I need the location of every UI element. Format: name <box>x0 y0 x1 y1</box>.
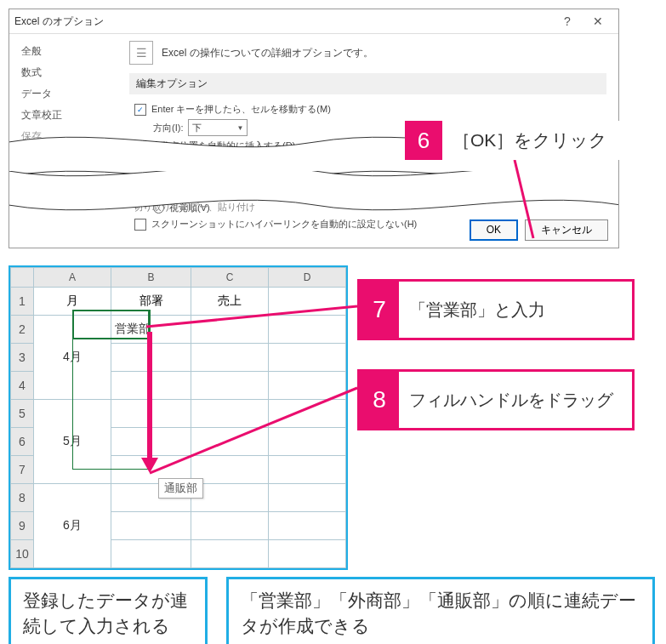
callout-text: 「営業部」と入力 <box>399 282 632 338</box>
cell[interactable] <box>191 540 269 568</box>
cell[interactable] <box>111 344 191 372</box>
sidebar-item-general[interactable]: 全般 <box>14 41 112 62</box>
cell[interactable] <box>111 400 191 428</box>
cell-a5[interactable]: 5月 <box>34 400 111 484</box>
autofill-tooltip: 通販部 <box>158 478 203 499</box>
cell[interactable] <box>191 428 269 456</box>
close-button[interactable]: ✕ <box>583 14 613 28</box>
section-edit-options: 編集オプション <box>129 73 606 94</box>
row-header-5[interactable]: 5 <box>11 400 34 428</box>
options-icon: ☰ <box>129 41 153 65</box>
cell[interactable] <box>111 540 191 568</box>
callout-step-7: 7 「営業部」と入力 <box>357 279 635 340</box>
row-header-2[interactable]: 2 <box>11 316 34 344</box>
callout-number: 7 <box>360 282 399 338</box>
label-enter-move: Enter キーを押したら、セルを移動する(M) <box>151 103 331 116</box>
spreadsheet-grid[interactable]: A B C D 1 月 部署 売上 2 4月 営業部 3 4 <box>9 265 348 570</box>
dialog-titlebar: Excel のオプション ? ✕ <box>9 9 618 34</box>
row-header-7[interactable]: 7 <box>11 456 34 484</box>
options-description: Excel の操作についての詳細オプションです。 <box>162 46 373 60</box>
cell[interactable] <box>111 372 191 400</box>
header-sales[interactable]: 売上 <box>191 288 269 316</box>
callout-step-8: 8 フィルハンドルをドラッグ <box>357 369 635 430</box>
cell[interactable] <box>269 428 346 456</box>
cell-b2[interactable]: 営業部 <box>111 316 191 344</box>
dialog-title: Excel のオプション <box>14 14 104 29</box>
info-box-right: 「営業部」「外商部」「通販部」の順に連続データが作成できる <box>226 577 655 644</box>
cell[interactable] <box>191 400 269 428</box>
cell[interactable] <box>191 512 269 540</box>
row-header-9[interactable]: 9 <box>11 512 34 540</box>
sidebar-item-proofing[interactable]: 文章校正 <box>14 105 112 126</box>
cell[interactable] <box>111 512 191 540</box>
row-header-4[interactable]: 4 <box>11 372 34 400</box>
row-header-8[interactable]: 8 <box>11 484 34 512</box>
cell[interactable] <box>191 372 269 400</box>
cell[interactable] <box>191 316 269 344</box>
cell[interactable] <box>269 344 346 372</box>
header-month[interactable]: 月 <box>34 288 111 316</box>
header-dept[interactable]: 部署 <box>111 288 191 316</box>
col-header-c[interactable]: C <box>191 268 269 288</box>
callout-number: 8 <box>360 372 399 428</box>
callout-step-6: 6 ［OK］をクリック <box>405 121 640 160</box>
row-header-3[interactable]: 3 <box>11 344 34 372</box>
sidebar-item-data[interactable]: データ <box>14 83 112 105</box>
checkbox-enter-move[interactable]: ✓ <box>134 104 146 116</box>
cell[interactable] <box>269 484 346 512</box>
cell[interactable] <box>269 512 346 540</box>
col-header-a[interactable]: A <box>34 268 111 288</box>
sidebar-item-formula[interactable]: 数式 <box>14 62 112 83</box>
cell[interactable] <box>111 428 191 456</box>
cell[interactable] <box>269 400 346 428</box>
cell[interactable] <box>269 288 346 316</box>
callout-text: フィルハンドルをドラッグ <box>399 372 632 428</box>
info-box-left: 登録したデータが連続して入力される <box>9 577 208 644</box>
col-header-d[interactable]: D <box>269 268 346 288</box>
cancel-button[interactable]: キャンセル <box>525 219 608 241</box>
ok-button[interactable]: OK <box>470 219 518 241</box>
cell[interactable] <box>269 316 346 344</box>
cell[interactable] <box>269 540 346 568</box>
cell-a8[interactable]: 6月 <box>34 484 111 568</box>
help-button[interactable]: ? <box>552 14 583 28</box>
row-header-1[interactable]: 1 <box>11 288 34 316</box>
cell[interactable] <box>269 372 346 400</box>
callout-number: 6 <box>405 121 442 160</box>
col-header-b[interactable]: B <box>111 268 191 288</box>
cell[interactable] <box>269 456 346 484</box>
row-header-10[interactable]: 10 <box>11 540 34 568</box>
select-all-cell[interactable] <box>11 268 34 288</box>
row-header-6[interactable]: 6 <box>11 428 34 456</box>
cell-a2[interactable]: 4月 <box>34 316 111 400</box>
cell[interactable] <box>191 344 269 372</box>
callout-text: ［OK］をクリック <box>442 121 640 160</box>
